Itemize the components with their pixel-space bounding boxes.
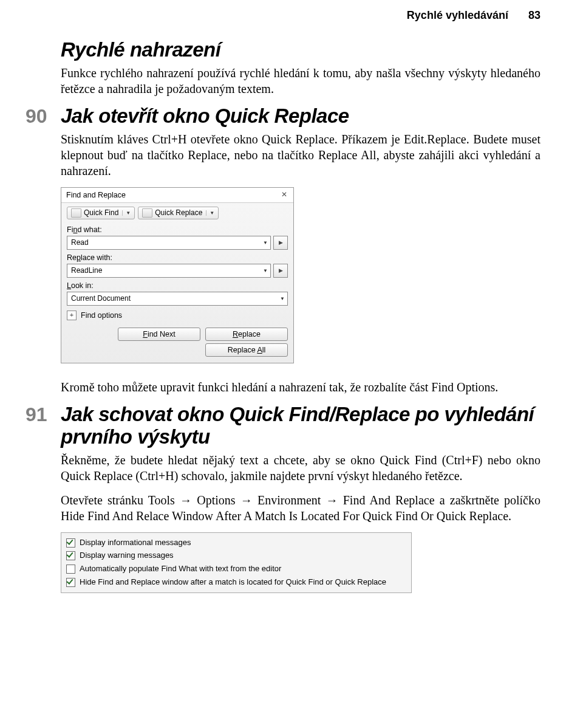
look-in-select[interactable]: Current Document ▼ bbox=[67, 292, 288, 306]
checkbox-label: Hide Find and Replace window after a mat… bbox=[80, 577, 386, 588]
find-options-expander[interactable]: + Find options bbox=[67, 311, 288, 320]
tip-number: 90 bbox=[26, 105, 61, 128]
find-options-label: Find options bbox=[81, 311, 122, 320]
quick-find-tab[interactable]: Quick Find ▼ bbox=[67, 207, 135, 219]
checkbox[interactable] bbox=[66, 565, 75, 574]
options-checkbox-panel: Display informational messages Display w… bbox=[61, 532, 412, 593]
quick-replace-tab[interactable]: Quick Replace ▼ bbox=[138, 207, 219, 219]
chevron-down-icon[interactable]: ▼ bbox=[122, 210, 131, 216]
checkbox-label: Display warning messages bbox=[80, 550, 174, 561]
checkbox-row[interactable]: Display informational messages bbox=[66, 536, 406, 549]
section-title: Jak otevřít okno Quick Replace bbox=[61, 105, 349, 128]
checkbox-row[interactable]: Hide Find and Replace window after a mat… bbox=[66, 575, 406, 589]
body-paragraph: Řekněme, že budete hledat nějaký text a … bbox=[61, 452, 540, 484]
chevron-down-icon[interactable]: ▼ bbox=[280, 296, 285, 301]
look-in-value: Current Document bbox=[71, 294, 131, 303]
checkbox-label: Automatically populate Find What with te… bbox=[80, 563, 281, 574]
replace-button[interactable]: Replace bbox=[205, 328, 288, 341]
quick-replace-label: Quick Replace bbox=[155, 208, 202, 217]
replace-with-expression-button[interactable]: ▶ bbox=[273, 264, 288, 278]
replace-with-label: Replace with: bbox=[67, 253, 288, 262]
chevron-down-icon[interactable]: ▼ bbox=[263, 240, 268, 246]
quick-find-label: Quick Find bbox=[84, 208, 118, 217]
page-number: 83 bbox=[528, 9, 540, 22]
close-icon[interactable]: ✕ bbox=[280, 191, 288, 199]
section-title: Rychlé nahrazení bbox=[61, 39, 220, 61]
body-paragraph: Funkce rychlého nahrazení používá rychlé… bbox=[61, 65, 540, 97]
quick-replace-icon bbox=[142, 208, 152, 218]
replace-all-button[interactable]: Replace All bbox=[205, 343, 288, 357]
find-what-value: Read bbox=[71, 238, 89, 247]
dialog-titlebar: Find and Replace ✕ bbox=[61, 188, 293, 203]
find-replace-dialog: Find and Replace ✕ Quick Find ▼ Quick Re… bbox=[61, 187, 294, 363]
checkbox-row[interactable]: Display warning messages bbox=[66, 549, 406, 562]
body-paragraph: Otevřete stránku Tools → Options → Envir… bbox=[61, 492, 540, 524]
look-in-label: Look in: bbox=[67, 281, 288, 290]
checkbox[interactable] bbox=[66, 538, 75, 548]
checkbox-label: Display informational messages bbox=[80, 537, 191, 548]
running-header: Rychlé vyhledávání 83 bbox=[61, 9, 540, 22]
checkbox-row[interactable]: Automatically populate Find What with te… bbox=[66, 562, 406, 575]
plus-icon: + bbox=[67, 311, 77, 320]
quick-find-icon bbox=[71, 208, 81, 218]
replace-with-value: ReadLine bbox=[71, 266, 102, 275]
chevron-down-icon[interactable]: ▼ bbox=[263, 268, 268, 273]
section-heading: 91 Jak schovat okno Quick Find/Replace p… bbox=[61, 403, 540, 448]
section-title: Jak schovat okno Quick Find/Replace po v… bbox=[61, 403, 540, 448]
dialog-title: Find and Replace bbox=[66, 191, 126, 199]
find-what-input[interactable]: Read ▼ bbox=[67, 236, 271, 250]
body-paragraph: Stisknutím kláves Ctrl+H otevřete okno Q… bbox=[61, 131, 540, 179]
replace-with-input[interactable]: ReadLine ▼ bbox=[67, 264, 271, 278]
tip-number: 91 bbox=[26, 403, 61, 426]
checkbox[interactable] bbox=[66, 578, 75, 587]
checkbox[interactable] bbox=[66, 551, 75, 560]
section-heading: Rychlé nahrazení bbox=[61, 39, 540, 61]
find-next-button[interactable]: Find Next bbox=[118, 328, 200, 341]
running-title: Rychlé vyhledávání bbox=[407, 9, 508, 21]
find-replace-dialog-figure: Find and Replace ✕ Quick Find ▼ Quick Re… bbox=[61, 187, 540, 363]
section-heading: 90 Jak otevřít okno Quick Replace bbox=[61, 105, 540, 128]
find-what-expression-button[interactable]: ▶ bbox=[273, 236, 288, 250]
chevron-down-icon[interactable]: ▼ bbox=[206, 210, 214, 216]
body-paragraph: Kromě toho můžete upravit funkci hledání… bbox=[61, 379, 540, 395]
find-what-label: Find what: bbox=[67, 225, 288, 234]
